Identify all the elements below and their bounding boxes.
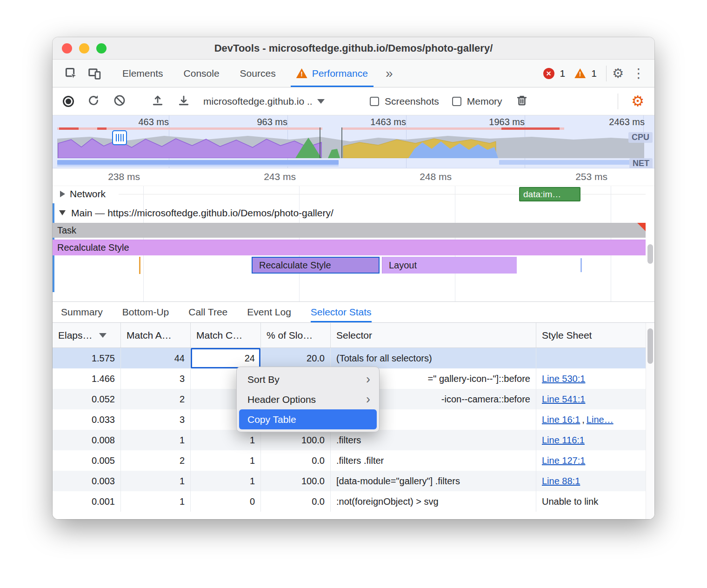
tab-sources[interactable]: Sources bbox=[230, 60, 286, 87]
table-scrollbar[interactable] bbox=[646, 323, 654, 519]
stylesheet-link[interactable]: Line 530:1 bbox=[542, 374, 585, 384]
disclosure-triangle-icon[interactable] bbox=[60, 191, 65, 197]
stylesheet-link[interactable]: Line… bbox=[587, 414, 614, 425]
menu-item-header-options[interactable]: Header Options› bbox=[239, 389, 377, 409]
column-header-selector[interactable]: Selector bbox=[331, 323, 536, 347]
overview-time-label: 2463 ms bbox=[594, 117, 645, 127]
ruler-time-label: 243 ms bbox=[245, 171, 296, 182]
table-row[interactable]: 0.00311100.0[data-module="gallery"] .fil… bbox=[53, 471, 654, 491]
more-tabs-chevron[interactable]: » bbox=[386, 67, 393, 80]
titlebar: DevTools - microsoftedge.github.io/Demos… bbox=[53, 37, 654, 60]
stylesheet-link[interactable]: Line 541:1 bbox=[542, 394, 585, 405]
main-track-header[interactable]: Main — https://microsoftedge.github.io/D… bbox=[53, 204, 646, 222]
capture-settings-gear-icon[interactable]: ⚙ bbox=[631, 94, 644, 108]
scrollbar-thumb[interactable] bbox=[647, 328, 653, 364]
tab-label: Performance bbox=[312, 68, 368, 79]
zoom-window-button[interactable] bbox=[96, 43, 107, 53]
column-header-style-sheet[interactable]: Style Sheet bbox=[536, 323, 654, 347]
tracks-scrollbar[interactable] bbox=[647, 244, 653, 264]
column-header-label: Selector bbox=[336, 330, 372, 341]
tab-selector-stats[interactable]: Selector Stats bbox=[311, 302, 372, 322]
save-profile-icon[interactable] bbox=[177, 94, 190, 109]
event-row: Recalculate Style Layout bbox=[53, 257, 646, 274]
recalculate-style-bar[interactable]: Recalculate Style bbox=[53, 240, 646, 255]
kebab-menu-icon[interactable]: ⋮ bbox=[629, 67, 648, 80]
reload-and-record-icon[interactable] bbox=[87, 94, 100, 109]
cell-match-attempts: 2 bbox=[121, 450, 191, 471]
tab-performance[interactable]: !Performance bbox=[286, 60, 378, 87]
toolbar-divider bbox=[606, 66, 607, 81]
bottom-tab-label: Selector Stats bbox=[311, 307, 372, 318]
long-task-marker bbox=[637, 223, 646, 231]
selected-recalculate-style-event[interactable]: Recalculate Style bbox=[252, 257, 380, 274]
selected-event-label: Recalculate Style bbox=[259, 260, 331, 271]
table-row[interactable]: 0.001100.0:not(foreignObject) > svgUnabl… bbox=[53, 491, 654, 512]
cell-selector: (Totals for all selectors) bbox=[331, 348, 536, 368]
overview-selection-handle[interactable] bbox=[112, 130, 127, 145]
load-profile-icon[interactable] bbox=[151, 94, 164, 109]
stylesheet-link[interactable]: Line 16:1 bbox=[542, 414, 580, 425]
column-header-of-slo[interactable]: % of Slo… bbox=[261, 323, 331, 347]
screenshots-checkbox[interactable] bbox=[370, 97, 379, 106]
collect-garbage-icon[interactable] bbox=[515, 94, 528, 109]
menu-item-copy-table[interactable]: Copy Table bbox=[239, 409, 377, 429]
cell-match-count: 0 bbox=[191, 491, 261, 512]
tab-bottom-up[interactable]: Bottom-Up bbox=[122, 302, 169, 322]
tab-console[interactable]: Console bbox=[173, 60, 230, 87]
tab-call-tree[interactable]: Call Tree bbox=[188, 302, 227, 322]
table-row[interactable]: 1.575442420.0(Totals for all selectors) bbox=[53, 348, 654, 368]
stylesheet-link[interactable]: Line 127:1 bbox=[542, 455, 585, 466]
column-header-label: Match C… bbox=[196, 330, 242, 341]
table-row[interactable]: 0.005210.0.filters .filterLine 127:1 bbox=[53, 450, 654, 471]
network-activity-chart[interactable] bbox=[53, 158, 654, 168]
warning-count-icon[interactable]: ! bbox=[574, 68, 586, 78]
cell-match-count: 1 bbox=[191, 450, 261, 471]
cpu-track-label: CPU bbox=[628, 132, 653, 143]
column-header-match-a[interactable]: Match A… bbox=[121, 323, 191, 347]
cell-match-count: 1 bbox=[191, 430, 261, 450]
settings-gear-icon[interactable]: ⚙ bbox=[612, 67, 624, 80]
minimize-window-button[interactable] bbox=[79, 43, 89, 53]
clear-recording-icon[interactable] bbox=[113, 94, 126, 109]
tab-summary[interactable]: Summary bbox=[61, 302, 103, 322]
cell-style-sheet: Line 127:1 bbox=[536, 450, 654, 471]
column-header-label: Elaps… bbox=[58, 330, 93, 341]
network-request-bar[interactable]: data:im… bbox=[519, 187, 580, 201]
bottom-tab-label: Bottom-Up bbox=[122, 307, 169, 318]
inspect-element-icon[interactable] bbox=[61, 63, 81, 84]
memory-checkbox[interactable] bbox=[452, 97, 461, 106]
cpu-activity-chart[interactable] bbox=[53, 127, 654, 158]
cell-percent-slow: 100.0 bbox=[261, 430, 331, 450]
window-title: DevTools - microsoftedge.github.io/Demos… bbox=[214, 42, 493, 54]
column-header-label: Match A… bbox=[127, 330, 172, 341]
cell-selector: :not(foreignObject) > svg bbox=[331, 491, 536, 512]
cell-selector: .filters .filter bbox=[331, 450, 536, 471]
toolbar-right-group: ✕ 1 ! 1 ⚙ ⋮ bbox=[543, 60, 648, 87]
submenu-chevron-icon: › bbox=[366, 373, 370, 386]
close-window-button[interactable] bbox=[62, 43, 72, 53]
devtools-tab-list: ElementsConsoleSources!Performance bbox=[112, 60, 378, 87]
tab-elements[interactable]: Elements bbox=[112, 60, 173, 87]
layout-event[interactable]: Layout bbox=[382, 257, 517, 274]
device-toolbar-icon[interactable] bbox=[84, 63, 105, 84]
column-header-elaps[interactable]: Elaps… bbox=[53, 323, 121, 347]
record-button[interactable] bbox=[63, 96, 74, 107]
table-row[interactable]: 0.00811100.0.filtersLine 116:1 bbox=[53, 430, 654, 450]
timeline-tracks: Network data:im… Main — https://microsof… bbox=[53, 186, 654, 301]
task-event-bar[interactable]: Task bbox=[53, 223, 646, 238]
column-header-match-c[interactable]: Match C… bbox=[191, 323, 261, 347]
main-track-title: Main — https://microsoftedge.github.io/D… bbox=[71, 207, 333, 219]
network-track[interactable]: Network data:im… bbox=[53, 186, 646, 203]
menu-item-sort-by[interactable]: Sort By› bbox=[239, 369, 377, 389]
disclosure-triangle-icon[interactable] bbox=[59, 210, 66, 215]
network-track-title: Network bbox=[70, 188, 106, 200]
ruler-time-label: 253 ms bbox=[556, 171, 607, 182]
tab-label: Elements bbox=[122, 68, 163, 79]
tab-event-log[interactable]: Event Log bbox=[247, 302, 291, 322]
error-count-icon[interactable]: ✕ bbox=[543, 68, 554, 79]
stylesheet-link[interactable]: Line 88:1 bbox=[542, 476, 580, 487]
timeline-overview[interactable]: 463 ms963 ms1463 ms1963 ms2463 ms CPU NE… bbox=[53, 115, 654, 168]
profile-select[interactable]: microsoftedge.github.io .. bbox=[203, 96, 357, 107]
stylesheet-link[interactable]: Line 116:1 bbox=[542, 435, 585, 446]
chevron-down-icon bbox=[317, 99, 325, 104]
